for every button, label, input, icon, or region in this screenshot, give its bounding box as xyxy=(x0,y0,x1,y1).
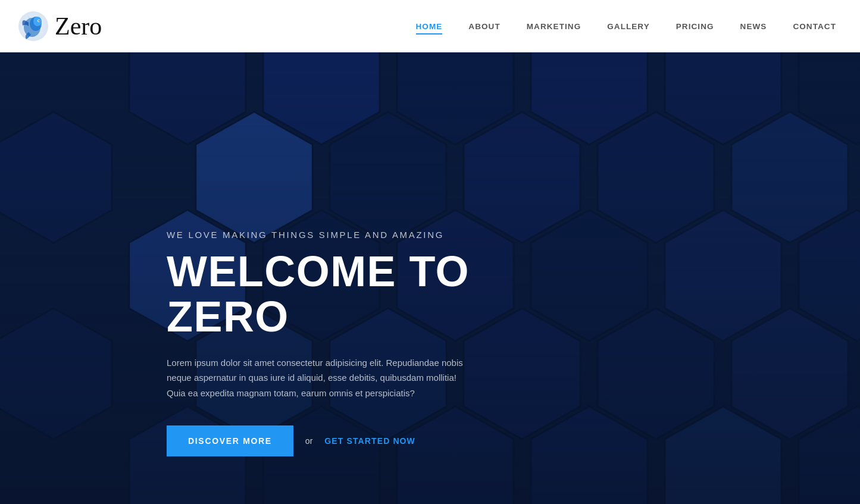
hero-subtitle: WE LOVE MAKING THINGS SIMPLE AND AMAZING xyxy=(167,230,476,240)
svg-point-3 xyxy=(33,17,42,26)
nav-item-home[interactable]: HOME xyxy=(416,21,443,32)
hero-title: WELCOME TO ZERO xyxy=(167,249,476,339)
svg-point-5 xyxy=(39,20,40,21)
nav-link-pricing[interactable]: PRICING xyxy=(676,22,714,33)
logo-icon xyxy=(18,11,49,42)
logo-area[interactable]: Zero xyxy=(18,11,102,42)
nav-item-contact[interactable]: CONTACT xyxy=(793,21,836,32)
nav-links: HOME ABOUT MARKETING GALLERY PRICING NEW… xyxy=(416,21,836,32)
navbar: Zero HOME ABOUT MARKETING GALLERY PRICIN… xyxy=(0,0,860,52)
nav-item-news[interactable]: NEWS xyxy=(740,21,767,32)
nav-item-gallery[interactable]: GALLERY xyxy=(607,21,650,32)
nav-link-contact[interactable]: CONTACT xyxy=(793,22,836,33)
nav-item-marketing[interactable]: MARKETING xyxy=(527,21,581,32)
get-started-button[interactable]: GET STARTED NOW xyxy=(324,436,415,446)
cta-or-text: or xyxy=(305,436,312,446)
discover-more-button[interactable]: DISCOVER MORE xyxy=(167,425,293,456)
hero-section: WE LOVE MAKING THINGS SIMPLE AND AMAZING… xyxy=(0,52,860,504)
logo-text: Zero xyxy=(55,14,102,39)
nav-link-marketing[interactable]: MARKETING xyxy=(527,22,581,33)
hero-description: Lorem ipsum dolor sit amet consectetur a… xyxy=(167,355,476,401)
nav-link-home[interactable]: HOME xyxy=(416,22,443,35)
hero-content: WE LOVE MAKING THINGS SIMPLE AND AMAZING… xyxy=(0,230,476,504)
nav-item-about[interactable]: ABOUT xyxy=(468,21,500,32)
nav-link-gallery[interactable]: GALLERY xyxy=(607,22,650,33)
nav-link-about[interactable]: ABOUT xyxy=(468,22,500,33)
nav-link-news[interactable]: NEWS xyxy=(740,22,767,33)
hero-cta-area: DISCOVER MORE or GET STARTED NOW xyxy=(167,425,476,456)
nav-item-pricing[interactable]: PRICING xyxy=(676,21,714,32)
